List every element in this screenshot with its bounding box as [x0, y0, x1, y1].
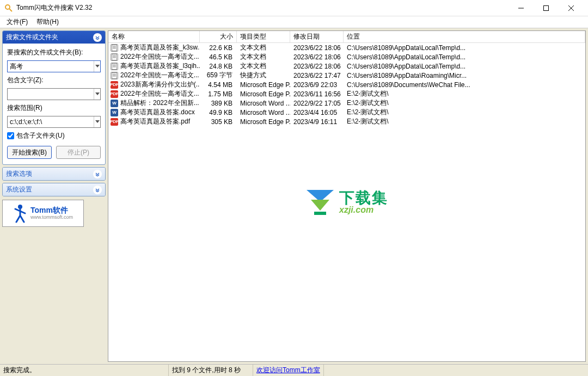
status-bar: 搜索完成。 找到 9 个文件,用时 8 秒 欢迎访问Tomm工作室: [0, 364, 588, 376]
file-type: 文本文档: [237, 52, 290, 61]
search-target-input[interactable]: [8, 61, 94, 72]
checkbox-subfolders-row[interactable]: 包含子文件夹(U): [7, 131, 101, 140]
col-header-size[interactable]: 大小: [200, 31, 237, 42]
docx-file-icon: W: [111, 109, 118, 116]
file-date: 2023/6/11 16:56: [290, 90, 344, 98]
panel-search: 搜索文件或文件夹 要搜索的文件或文件夹(B): 包含文字(Z):: [2, 30, 106, 165]
file-name: 2022年全国统一高考语文...: [120, 71, 199, 80]
file-name: 2022年全国统一高考语文...: [120, 89, 199, 98]
menu-file[interactable]: 文件(F): [2, 16, 32, 28]
app-icon: [4, 4, 13, 13]
table-row[interactable]: PDF2022年全国统一高考语文...1.75 MBMicrosoft Edge…: [108, 89, 585, 98]
file-name: 2023新高考满分作文出炉(...: [120, 80, 200, 89]
file-date: 2023/6/22 18:06: [290, 63, 344, 70]
label-scope: 搜索范围(R): [7, 103, 101, 113]
file-date: 2022/9/22 17:05: [290, 100, 344, 107]
chevron-up-icon: [93, 33, 102, 42]
stop-button[interactable]: 停止(P): [56, 146, 101, 159]
table-row[interactable]: 2022年全国统一高考语文...46.5 KB文本文档2023/6/22 18:…: [108, 52, 585, 61]
file-date: 2023/6/9 22:03: [290, 81, 344, 89]
file-date: 2023/6/22 18:06: [290, 44, 344, 52]
minimize-button[interactable]: [509, 0, 534, 16]
col-header-name[interactable]: 名称: [108, 31, 200, 42]
file-size: 1.75 MB: [200, 90, 237, 98]
col-header-loc[interactable]: 位置: [344, 31, 585, 42]
file-type: 文本文档: [237, 61, 290, 71]
table-row[interactable]: 高考英语真题及答案_k3sw...22.6 KB文本文档2023/6/22 18…: [108, 43, 585, 52]
panel-options: 搜索选项: [2, 167, 106, 181]
panel-search-header[interactable]: 搜索文件或文件夹: [3, 31, 105, 44]
title-bar: Tomm闪电文件搜索 V2.32: [0, 0, 588, 16]
panel-system: 系统设置: [2, 183, 106, 196]
col-header-date[interactable]: 修改日期: [290, 31, 344, 42]
file-name: 高考英语真题及答案_k3sw...: [120, 43, 200, 52]
file-type: Microsoft Word ...: [237, 100, 290, 107]
checkbox-subfolders-label: 包含子文件夹(U): [16, 131, 65, 140]
table-row[interactable]: 高考英语真题及答案_l3qih...24.8 KB文本文档2023/6/22 1…: [108, 61, 585, 71]
file-size: 659 字节: [200, 71, 237, 80]
file-type: 快捷方式: [237, 71, 290, 80]
search-target-combo[interactable]: [7, 60, 101, 72]
maximize-button[interactable]: [534, 0, 559, 16]
file-location: E:\2-测试文档\: [344, 98, 585, 108]
file-date: 2023/6/22 18:06: [290, 53, 344, 61]
file-size: 22.6 KB: [200, 44, 237, 52]
svg-rect-23: [314, 212, 326, 215]
logo-url: www.tommsoft.com: [30, 215, 73, 220]
svg-rect-7: [112, 45, 117, 51]
menu-help[interactable]: 帮助(H): [32, 16, 63, 28]
dropdown-icon[interactable]: [94, 89, 100, 100]
pdf-file-icon: PDF: [111, 81, 118, 89]
file-location: C:\Users\81089\Documents\WeChat File...: [344, 81, 585, 89]
contains-input[interactable]: [8, 89, 94, 100]
pdf-file-icon: PDF: [111, 90, 118, 98]
watermark: 下载集 xzji.com: [305, 189, 388, 216]
svg-rect-15: [112, 63, 117, 69]
file-size: 4.54 MB: [200, 81, 237, 89]
file-type: 文本文档: [237, 43, 290, 52]
txt-file-icon: [111, 63, 118, 70]
start-search-button[interactable]: 开始搜索(B): [7, 146, 52, 159]
scope-input[interactable]: [8, 116, 94, 127]
file-name: 高考英语真题及答案.docx: [120, 108, 195, 117]
file-type: Microsoft Word ...: [237, 109, 290, 116]
txt-file-icon: [111, 44, 118, 52]
table-row[interactable]: PDF2023新高考满分作文出炉(...4.54 MBMicrosoft Edg…: [108, 80, 585, 89]
table-row[interactable]: 2022年全国统一高考语文...659 字节快捷方式2023/6/22 17:4…: [108, 71, 585, 80]
scope-combo[interactable]: [7, 116, 101, 128]
close-button[interactable]: [559, 0, 584, 16]
table-row[interactable]: W高考英语真题及答案.docx49.9 KBMicrosoft Word ...…: [108, 108, 585, 117]
dropdown-icon[interactable]: [94, 116, 100, 127]
label-contains: 包含文字(Z):: [7, 76, 101, 85]
checkbox-subfolders[interactable]: [7, 132, 14, 139]
file-size: 46.5 KB: [200, 53, 237, 61]
download-arrow-icon: [305, 189, 335, 216]
file-name: 高考英语真题及答案_l3qih...: [120, 61, 200, 71]
file-location: C:\Users\81089\AppData\Local\Temp\d...: [344, 53, 585, 61]
list-header: 名称 大小 项目类型 修改日期 位置: [108, 31, 585, 43]
txt-file-icon: [111, 53, 118, 61]
file-type: Microsoft Edge P...: [237, 90, 290, 98]
window-title: Tomm闪电文件搜索 V2.32: [16, 3, 509, 13]
file-date: 2023/6/22 17:47: [290, 72, 344, 79]
file-size: 49.9 KB: [200, 109, 237, 116]
dropdown-icon[interactable]: [94, 61, 100, 72]
svg-point-0: [5, 5, 10, 9]
status-link[interactable]: 欢迎访问Tomm工作室: [253, 365, 324, 376]
file-location: C:\Users\81089\AppData\Local\Temp\d...: [344, 63, 585, 70]
logo-box[interactable]: Tomm软件 www.tommsoft.com: [2, 200, 84, 227]
pdf-file-icon: PDF: [111, 118, 118, 126]
list-rows: 高考英语真题及答案_k3sw...22.6 KB文本文档2023/6/22 18…: [108, 43, 585, 361]
contains-combo[interactable]: [7, 88, 101, 100]
col-header-type[interactable]: 项目类型: [237, 31, 290, 42]
table-row[interactable]: W精品解析：2022年全国新...389 KBMicrosoft Word ..…: [108, 98, 585, 108]
watermark-line2: xzji.com: [339, 206, 388, 214]
file-size: 389 KB: [200, 100, 237, 107]
svg-rect-19: [112, 72, 117, 78]
sidebar: 搜索文件或文件夹 要搜索的文件或文件夹(B): 包含文字(Z):: [0, 28, 108, 364]
table-row[interactable]: PDF高考英语真题及答案.pdf305 KBMicrosoft Edge P..…: [108, 117, 585, 126]
file-name: 精品解析：2022年全国新...: [120, 98, 199, 108]
file-location: C:\Users\81089\AppData\Roaming\Micr...: [344, 72, 585, 79]
panel-options-header[interactable]: 搜索选项: [3, 168, 105, 180]
panel-system-header[interactable]: 系统设置: [3, 183, 105, 196]
